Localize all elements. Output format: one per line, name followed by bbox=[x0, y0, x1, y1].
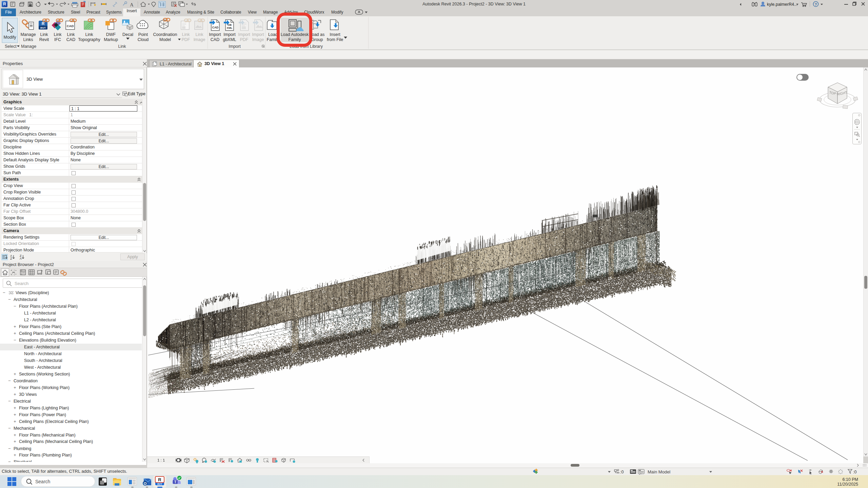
svg-text:1 : 1: 1 : 1 bbox=[157, 458, 165, 462]
svg-text:Import: Import bbox=[223, 32, 236, 37]
svg-text:Load: Load bbox=[268, 32, 278, 37]
svg-text:Manage: Manage bbox=[20, 32, 36, 37]
svg-text:Decal: Decal bbox=[122, 32, 133, 37]
svg-text:Links: Links bbox=[23, 37, 33, 42]
svg-text:Link: Link bbox=[182, 32, 190, 37]
svg-text:PDF: PDF bbox=[182, 37, 190, 42]
svg-text:RVT: RVT bbox=[40, 26, 46, 29]
svg-text:6:10 PM: 6:10 PM bbox=[842, 477, 858, 482]
svg-text:Image: Image bbox=[252, 37, 264, 42]
svg-text:Import: Import bbox=[252, 32, 264, 37]
svg-text:Revit: Revit bbox=[39, 37, 49, 42]
svg-text:Link: Link bbox=[118, 44, 126, 49]
svg-text:Group: Group bbox=[311, 37, 323, 42]
svg-text:?: ? bbox=[814, 2, 817, 6]
svg-text:Model: Model bbox=[159, 37, 171, 42]
svg-text:Topography: Topography bbox=[78, 37, 100, 42]
svg-text:Z: Z bbox=[10, 257, 12, 260]
svg-text:Select: Select bbox=[5, 44, 17, 49]
svg-text:from File: from File bbox=[327, 37, 343, 42]
svg-text:A: A bbox=[130, 2, 134, 7]
svg-text:Import: Import bbox=[238, 32, 250, 37]
svg-text:Import: Import bbox=[209, 32, 221, 37]
svg-text:R: R bbox=[3, 2, 6, 6]
svg-text:CAD: CAD bbox=[67, 24, 74, 28]
svg-text:Link: Link bbox=[40, 32, 48, 37]
svg-text:XML: XML bbox=[227, 26, 233, 29]
svg-text:Coordination: Coordination bbox=[153, 32, 177, 37]
svg-text:DWF: DWF bbox=[106, 32, 116, 37]
svg-text:Cloud: Cloud bbox=[138, 37, 149, 42]
svg-text:PDF: PDF bbox=[240, 37, 249, 42]
svg-text::0: :0 bbox=[620, 470, 624, 474]
svg-text:Import: Import bbox=[229, 44, 241, 49]
svg-text:A: A bbox=[20, 257, 22, 260]
svg-text::0: :0 bbox=[853, 470, 856, 474]
svg-text:Point: Point bbox=[138, 32, 148, 37]
svg-text:IFC: IFC bbox=[54, 37, 61, 42]
svg-text:Link: Link bbox=[196, 32, 204, 37]
svg-text:Search: Search bbox=[35, 479, 50, 484]
svg-text:RVT: RVT bbox=[157, 483, 162, 485]
svg-text:gbXML: gbXML bbox=[223, 37, 236, 42]
svg-text:O: O bbox=[144, 482, 147, 486]
svg-text:R: R bbox=[158, 477, 161, 482]
svg-text:11/20/2025: 11/20/2025 bbox=[837, 482, 858, 487]
svg-text:Modify: Modify bbox=[4, 35, 17, 40]
svg-text:kyle.palmerR4...: kyle.palmerR4... bbox=[767, 2, 797, 7]
svg-text:Insert: Insert bbox=[330, 32, 340, 37]
svg-text:Markup: Markup bbox=[104, 37, 118, 42]
svg-text:Link: Link bbox=[54, 32, 62, 37]
svg-text:CAD: CAD bbox=[66, 37, 75, 42]
svg-text:Image: Image bbox=[194, 37, 205, 42]
svg-text:CAD: CAD bbox=[212, 26, 218, 29]
svg-text:CAD: CAD bbox=[211, 37, 219, 42]
svg-text:Link: Link bbox=[85, 32, 94, 37]
svg-text:T: T bbox=[174, 480, 176, 484]
svg-text:Link: Link bbox=[67, 32, 75, 37]
svg-text:Manage: Manage bbox=[21, 44, 36, 49]
svg-text:Main Model: Main Model bbox=[648, 469, 670, 474]
